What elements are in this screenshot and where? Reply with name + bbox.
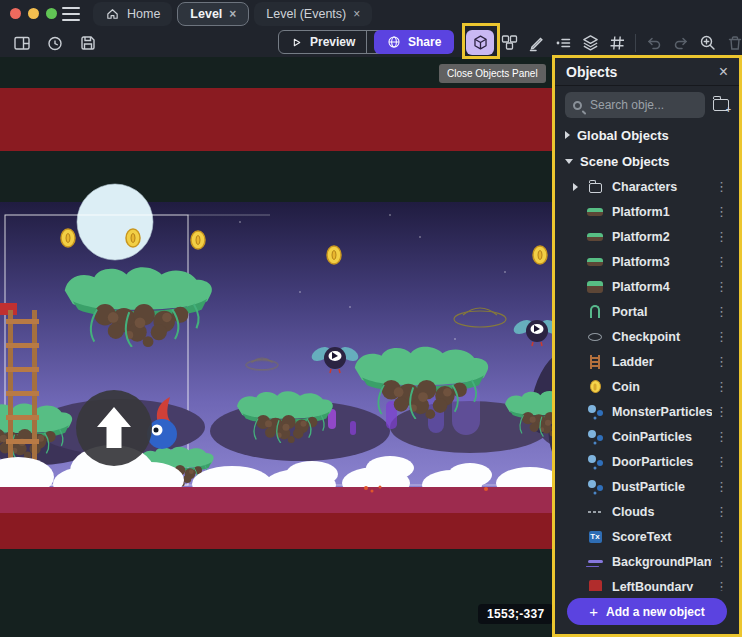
close-tab-icon[interactable]: [353, 8, 360, 20]
kebab-menu-icon[interactable]: [712, 254, 731, 269]
object-label: Checkpoint: [612, 330, 712, 344]
coordinates-text: 1553;-337: [487, 607, 544, 621]
object-row-monsterparticles[interactable]: MonsterParticles: [555, 399, 739, 424]
object-row-platform2[interactable]: Platform2: [555, 224, 739, 249]
toolbar: Preview Share: [0, 28, 742, 57]
object-row-clouds[interactable]: Clouds: [555, 499, 739, 524]
object-label: Coin: [612, 380, 712, 394]
tab-level-events[interactable]: Level (Events): [254, 2, 372, 26]
platform-icon: [587, 258, 603, 266]
panels-icon[interactable]: [10, 31, 34, 55]
kebab-menu-icon[interactable]: [712, 304, 731, 319]
object-row-characters[interactable]: Characters: [555, 174, 739, 199]
kebab-menu-icon[interactable]: [712, 579, 731, 591]
kebab-menu-icon[interactable]: [712, 504, 731, 519]
tab-label: Home: [127, 7, 160, 21]
object-label: Ladder: [612, 355, 712, 369]
moon-object[interactable]: [77, 184, 153, 260]
minimize-window-button[interactable]: [28, 8, 39, 19]
object-row-scoretext[interactable]: Tx ScoreText: [555, 524, 739, 549]
trash-icon: [723, 31, 742, 55]
object-row-leftboundary[interactable]: LeftBoundary: [555, 574, 739, 591]
tab-level[interactable]: Level: [177, 2, 249, 26]
kebab-menu-icon[interactable]: [712, 429, 731, 444]
object-label: DustParticle: [612, 480, 712, 494]
zoom-window-button[interactable]: [46, 8, 57, 19]
kebab-menu-icon[interactable]: [712, 179, 731, 194]
share-label: Share: [408, 35, 441, 49]
section-global-objects[interactable]: Global Objects: [555, 122, 739, 148]
particles-icon: [588, 430, 603, 444]
particles-icon: [588, 480, 603, 494]
tab-home[interactable]: Home: [93, 2, 172, 26]
share-button[interactable]: Share: [374, 30, 454, 54]
object-row-coin[interactable]: Coin: [555, 374, 739, 399]
undo-icon: [642, 31, 666, 55]
jump-button-object[interactable]: [76, 390, 152, 466]
platform-tall-icon: [587, 281, 603, 293]
plus-icon: [589, 603, 598, 620]
object-label: Characters: [612, 180, 712, 194]
save-icon[interactable]: [76, 31, 100, 55]
kebab-menu-icon[interactable]: [712, 479, 731, 494]
object-label: Portal: [612, 305, 712, 319]
gdevelop-window: Home Level Level (Events): [0, 0, 742, 637]
kebab-menu-icon[interactable]: [712, 229, 731, 244]
object-row-coinparticles[interactable]: CoinParticles: [555, 424, 739, 449]
platform-icon: [587, 233, 603, 241]
object-row-doorparticles[interactable]: DoorParticles: [555, 449, 739, 474]
object-row-ladder[interactable]: Ladder: [555, 349, 739, 374]
object-row-platform1[interactable]: Platform1: [555, 199, 739, 224]
traffic-lights: [10, 8, 57, 19]
search-input[interactable]: [588, 97, 697, 113]
add-new-object-button[interactable]: Add a new object: [567, 598, 727, 625]
object-row-checkpoint[interactable]: Checkpoint: [555, 324, 739, 349]
close-tab-icon[interactable]: [229, 8, 236, 20]
object-label: Platform4: [612, 280, 712, 294]
kebab-menu-icon[interactable]: [712, 279, 731, 294]
text-icon: Tx: [589, 531, 602, 543]
menu-hamburger-icon[interactable]: [62, 7, 80, 21]
close-panel-icon[interactable]: [719, 63, 728, 81]
panel-footer: Add a new object: [555, 591, 739, 634]
object-row-platform4[interactable]: Platform4: [555, 274, 739, 299]
object-label: Platform2: [612, 230, 712, 244]
objects-panel: Objects Global Objects Scene Objects Cha…: [552, 55, 742, 637]
objects-tree: Global Objects Scene Objects Characters …: [555, 122, 739, 591]
platform-icon: [587, 208, 603, 216]
kebab-menu-icon[interactable]: [712, 379, 731, 394]
object-list: Characters Platform1 Platform2 Platform3…: [555, 174, 739, 591]
section-scene-objects[interactable]: Scene Objects: [555, 148, 739, 174]
search-icon: [573, 101, 582, 110]
object-row-portal[interactable]: Portal: [555, 299, 739, 324]
object-row-platform3[interactable]: Platform3: [555, 249, 739, 274]
tab-label: Level (Events): [266, 7, 346, 21]
zoom-in-icon[interactable]: [696, 31, 720, 55]
clouds-icon: [588, 511, 603, 513]
layers-icon[interactable]: [578, 31, 602, 55]
particles-icon: [588, 455, 603, 469]
kebab-menu-icon[interactable]: [712, 554, 731, 569]
edit-pencil-icon[interactable]: [524, 31, 548, 55]
history-icon[interactable]: [43, 31, 67, 55]
add-folder-icon[interactable]: [713, 99, 729, 111]
tooltip-text: Close Objects Panel: [447, 68, 538, 79]
object-row-dustparticle[interactable]: DustParticle: [555, 474, 739, 499]
panel-title: Objects: [566, 64, 719, 80]
instance-properties-icon[interactable]: [551, 31, 575, 55]
close-window-button[interactable]: [10, 8, 21, 19]
grid-icon[interactable]: [605, 31, 629, 55]
search-row: [555, 86, 739, 122]
kebab-menu-icon[interactable]: [712, 454, 731, 469]
objects-panel-icon[interactable]: [466, 30, 494, 55]
search-box[interactable]: [565, 92, 705, 118]
object-label: Platform3: [612, 255, 712, 269]
object-groups-icon[interactable]: [497, 31, 521, 55]
kebab-menu-icon[interactable]: [712, 204, 731, 219]
kebab-menu-icon[interactable]: [712, 404, 731, 419]
kebab-menu-icon[interactable]: [712, 329, 731, 344]
kebab-menu-icon[interactable]: [712, 354, 731, 369]
kebab-menu-icon[interactable]: [712, 529, 731, 544]
object-row-backgroundplants[interactable]: BackgroundPlants: [555, 549, 739, 574]
tab-label: Level: [190, 7, 222, 21]
